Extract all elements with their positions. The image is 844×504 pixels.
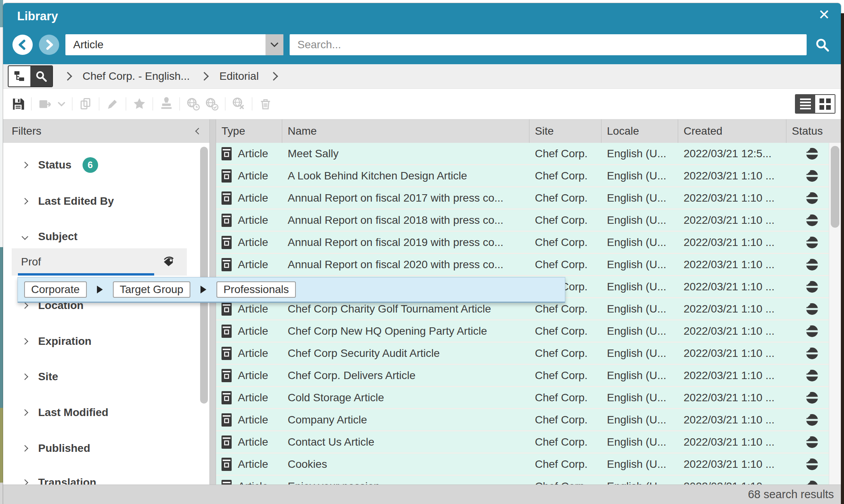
row-locale-cell: English (U... [601, 347, 678, 360]
column-header-created[interactable]: Created [678, 119, 786, 143]
open-in-tab-icon[interactable] [35, 95, 54, 113]
row-type: Article [238, 392, 268, 404]
row-type: Article [238, 458, 268, 471]
row-created: 2022/03/21 1:10 ... [684, 170, 775, 182]
publication-status-icon [806, 347, 818, 360]
title-bar: Library ✕ [3, 3, 841, 28]
row-locale-cell: English (U... [601, 436, 678, 448]
document-type-select[interactable]: Article [65, 34, 283, 55]
approve-icon[interactable] [157, 95, 176, 113]
column-header-status[interactable]: Status [786, 119, 841, 143]
filter-count-badge: 6 [83, 157, 98, 173]
row-name: Chef Corp New HQ Opening Party Article [288, 325, 487, 337]
table-row[interactable]: ArticleCold Storage ArticleChef Corp.Eng… [216, 387, 841, 409]
forward-button[interactable] [39, 35, 59, 55]
taxonomy-chip-target-group[interactable]: Target Group [113, 281, 190, 298]
publish-icon[interactable] [184, 95, 202, 113]
filter-item-translation[interactable]: Translation [23, 475, 96, 485]
publication-status-icon [806, 281, 818, 293]
column-header-site[interactable]: Site [529, 119, 601, 143]
grid-view-button[interactable] [815, 95, 835, 113]
taxonomy-tag-icon[interactable] [160, 254, 178, 271]
row-type: Article [238, 414, 268, 426]
back-button[interactable] [12, 35, 33, 55]
search-input[interactable] [290, 34, 807, 55]
table-row[interactable]: ArticleA Look Behind Kitchen Design Arti… [216, 165, 841, 187]
toolbar-separator [225, 97, 225, 111]
breadcrumb: Chef Corp. - English...Editorial [3, 64, 841, 89]
table-row[interactable]: ArticleCompany ArticleChef Corp.English … [216, 409, 841, 431]
collapse-panel-icon[interactable] [195, 128, 202, 135]
column-header-name[interactable]: Name [282, 119, 529, 143]
row-created-cell: 2022/03/21 1:10 ... [678, 414, 786, 426]
column-header-locale[interactable]: Locale [601, 119, 678, 143]
filters-scrollbar-thumb[interactable] [200, 147, 208, 404]
publish-schedule-icon[interactable] [202, 95, 221, 113]
filter-item-last-edited-by[interactable]: Last Edited By [23, 193, 114, 209]
row-created: 2022/03/21 1:10 ... [684, 192, 775, 204]
copy-icon[interactable] [76, 95, 95, 113]
search-icon[interactable] [813, 35, 832, 54]
taxonomy-chip-corporate[interactable]: Corporate [24, 281, 87, 298]
table-row[interactable]: ArticleAnnual Report on fiscal 2018 with… [216, 209, 841, 232]
toolbar-separator [31, 97, 32, 111]
filter-item-status[interactable]: Status6 [23, 157, 98, 173]
table-row[interactable]: ArticleChef Corp Security Audit ArticleC… [216, 342, 841, 365]
row-locale: English (U... [607, 436, 666, 448]
article-icon [222, 258, 232, 271]
edit-icon[interactable] [103, 95, 122, 113]
filter-item-published[interactable]: Published [23, 441, 90, 456]
row-site: Chef Corp. [535, 414, 587, 426]
table-row[interactable]: ArticleChef Corp New HQ Opening Party Ar… [216, 320, 841, 342]
taxonomy-chip-professionals[interactable]: Professionals [216, 281, 296, 298]
row-type: Article [238, 236, 268, 249]
table-row[interactable]: ArticleAnnual Report on fiscal 2019 with… [216, 232, 841, 254]
caret-down-icon[interactable] [54, 95, 68, 113]
row-created: 2022/03/21 1:10 ... [684, 414, 775, 426]
row-locale: English (U... [607, 148, 666, 160]
row-created: 2022/03/21 1:10 ... [684, 480, 775, 485]
row-type-cell: Article [216, 480, 282, 485]
chevron-right-icon [22, 302, 28, 309]
table-row[interactable]: ArticleChef Corp. Delivers ArticleChef C… [216, 365, 841, 387]
bookmark-icon[interactable] [130, 95, 149, 113]
table-row[interactable]: ArticleContact Us ArticleChef Corp.Engli… [216, 431, 841, 453]
filter-item-site[interactable]: Site [23, 369, 58, 385]
table-row[interactable]: ArticleMeet SallyChef Corp.English (U...… [216, 143, 841, 165]
delete-icon[interactable] [256, 95, 275, 113]
row-locale-cell: English (U... [601, 148, 678, 160]
tree-icon [12, 69, 26, 83]
publication-status-icon [806, 258, 818, 271]
chevron-down-icon[interactable] [266, 34, 283, 55]
search-mode-button[interactable] [30, 66, 52, 86]
filter-item-last-modified[interactable]: Last Modified [23, 405, 108, 420]
article-icon [222, 436, 232, 449]
chevron-right-icon [22, 374, 28, 380]
row-site: Chef Corp. [535, 258, 587, 271]
filter-item-subject[interactable]: Subject [23, 229, 77, 244]
withdraw-icon[interactable] [229, 95, 248, 113]
breadcrumb-segment-1[interactable]: Chef Corp. - English... [83, 70, 190, 83]
column-header-type[interactable]: Type [216, 119, 282, 143]
row-site-cell: Chef Corp. [529, 148, 601, 160]
table-scrollbar-thumb[interactable] [831, 146, 839, 228]
table-row[interactable]: ArticleEnjoy your passionChef Corp.Engli… [216, 476, 841, 485]
row-name-cell: Company Article [282, 414, 529, 426]
row-name-cell: Annual Report on fiscal 2020 with press … [282, 258, 529, 271]
save-icon[interactable] [9, 95, 27, 113]
filter-item-expiration[interactable]: Expiration [23, 334, 91, 349]
breadcrumb-segment-2[interactable]: Editorial [219, 70, 258, 83]
table-header: TypeNameSiteLocaleCreatedStatus [216, 119, 841, 143]
table-row[interactable]: ArticleAnnual Report on fiscal 2020 with… [216, 254, 841, 276]
row-type-cell: Article [216, 458, 282, 471]
row-created: 2022/03/21 1:10 ... [684, 236, 775, 249]
list-view-button[interactable] [796, 95, 815, 113]
tree-view-button[interactable] [9, 66, 30, 86]
table-row[interactable]: ArticleCookiesChef Corp.English (U...202… [216, 453, 841, 476]
row-site-cell: Chef Corp. [529, 436, 601, 448]
table-row[interactable]: ArticleAnnual Report on fiscal 2017 with… [216, 187, 841, 209]
row-name: Cold Storage Article [288, 392, 384, 404]
row-created: 2022/03/21 1:10 ... [684, 325, 775, 337]
article-icon [222, 214, 232, 227]
close-icon[interactable]: ✕ [818, 8, 830, 22]
